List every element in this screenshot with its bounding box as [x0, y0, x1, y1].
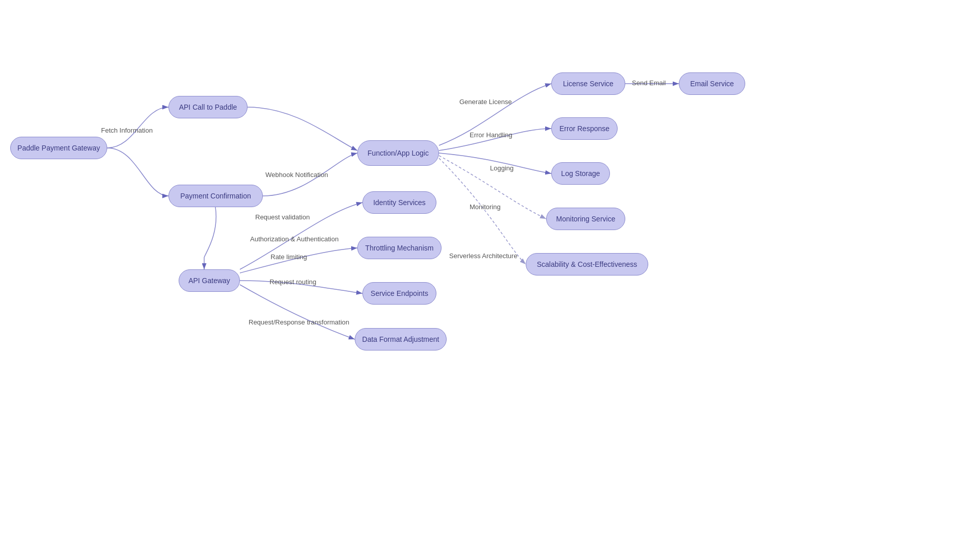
- label-request-validation: Request validation: [255, 213, 310, 221]
- data-format-label: Data Format Adjustment: [362, 335, 439, 343]
- function-app-logic[interactable]: Function/App Logic: [357, 140, 439, 166]
- payment-confirmation[interactable]: Payment Confirmation: [168, 185, 263, 207]
- error-response-label: Error Response: [559, 124, 609, 133]
- api-call-to-paddle[interactable]: API Call to Paddle: [168, 96, 248, 118]
- label-monitoring: Monitoring: [470, 203, 501, 211]
- identity-services-label: Identity Services: [373, 198, 426, 207]
- log-storage[interactable]: Log Storage: [551, 162, 610, 185]
- label-request-routing: Request routing: [270, 278, 316, 286]
- monitoring-service-label: Monitoring Service: [556, 215, 616, 223]
- log-storage-label: Log Storage: [561, 169, 600, 178]
- edge-paddle-to-payment: [107, 148, 168, 196]
- monitoring-service[interactable]: Monitoring Service: [546, 208, 625, 230]
- error-response[interactable]: Error Response: [551, 117, 618, 140]
- scalability-cost[interactable]: Scalability & Cost-Effectiveness: [526, 253, 648, 276]
- email-service[interactable]: Email Service: [679, 72, 745, 95]
- service-endpoints[interactable]: Service Endpoints: [362, 282, 436, 305]
- label-fetch-info: Fetch Information: [101, 127, 153, 134]
- edge-function-to-scalability: [439, 158, 526, 264]
- label-request-response: Request/Response transformation: [249, 318, 349, 326]
- api-gateway[interactable]: API Gateway: [179, 269, 240, 292]
- throttling-mechanism[interactable]: Throttling Mechanism: [357, 237, 442, 259]
- label-webhook: Webhook Notification: [265, 171, 328, 179]
- scalability-label: Scalability & Cost-Effectiveness: [537, 260, 638, 268]
- label-logging: Logging: [490, 164, 513, 172]
- label-rate-limiting: Rate limiting: [271, 253, 307, 261]
- api-gateway-label: API Gateway: [188, 277, 230, 285]
- email-service-label: Email Service: [690, 80, 734, 88]
- data-format-adjustment[interactable]: Data Format Adjustment: [355, 328, 447, 350]
- service-endpoints-label: Service Endpoints: [371, 289, 428, 297]
- function-app-logic-label: Function/App Logic: [368, 149, 429, 157]
- edge-payment-to-apigateway: [204, 207, 216, 269]
- paddle-gateway-label: Paddle Payment Gateway: [17, 144, 100, 152]
- license-service[interactable]: License Service: [551, 72, 625, 95]
- payment-confirmation-label: Payment Confirmation: [180, 192, 251, 200]
- edge-apigateway-to-dataformat: [240, 285, 355, 339]
- throttling-mechanism-label: Throttling Mechanism: [365, 244, 434, 252]
- label-auth: Authorization & Authentication: [250, 235, 338, 243]
- identity-services[interactable]: Identity Services: [362, 191, 436, 214]
- label-serverless: Serverless Architecture: [449, 252, 518, 260]
- license-service-label: License Service: [563, 80, 614, 88]
- paddle-payment-gateway[interactable]: Paddle Payment Gateway: [10, 137, 107, 159]
- api-call-label: API Call to Paddle: [179, 103, 237, 111]
- label-error-handling: Error Handling: [470, 131, 512, 139]
- label-generate-license: Generate License: [459, 98, 512, 106]
- label-send-email: Send Email: [632, 79, 666, 87]
- edge-apicall-to-function: [248, 107, 357, 151]
